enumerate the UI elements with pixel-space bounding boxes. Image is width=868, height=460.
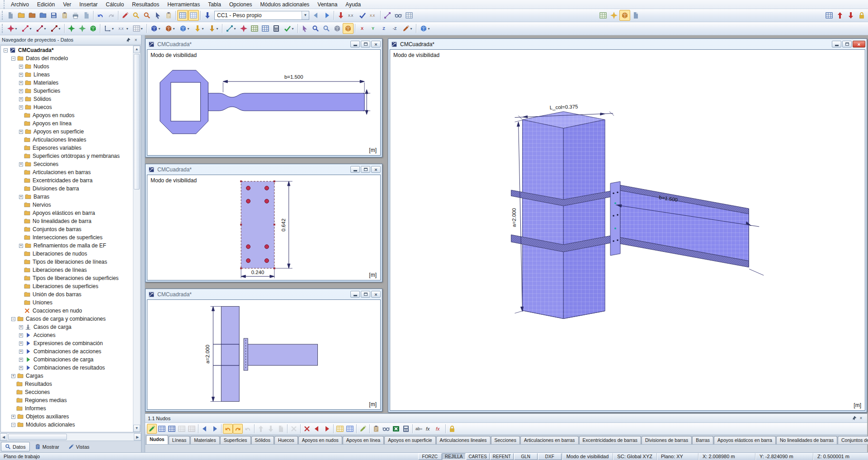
scroll-down-button[interactable]: ▼ bbox=[133, 425, 140, 432]
tree-item-resultados[interactable]: Resultados bbox=[1, 380, 133, 388]
zoom-out-button[interactable] bbox=[321, 23, 332, 34]
table-tab-barras[interactable]: Barras bbox=[692, 436, 713, 444]
surface-support-button[interactable] bbox=[88, 23, 99, 34]
snap-toggle-refent[interactable]: REFENT bbox=[490, 453, 514, 460]
calculate-button[interactable] bbox=[271, 23, 282, 34]
load-values-button[interactable] bbox=[346, 10, 357, 21]
menu-modulos-adicionales[interactable]: Módulos adicionales bbox=[256, 0, 314, 9]
close-button[interactable]: × bbox=[853, 41, 865, 47]
new-solid-button[interactable]: ▾ bbox=[177, 23, 192, 34]
render-mode-button[interactable] bbox=[619, 10, 630, 21]
combo-dropdown-button[interactable]: ▼ bbox=[302, 11, 309, 19]
fe-mesh-button[interactable] bbox=[598, 10, 609, 21]
table-tab-articulaciones-en-barras[interactable]: Articulaciones en barras bbox=[520, 436, 579, 444]
tree-expander-expand[interactable]: + bbox=[19, 105, 23, 109]
table-tab-apoyos-en-linea[interactable]: Apoyos en línea bbox=[343, 436, 384, 444]
restore-button[interactable] bbox=[842, 41, 852, 47]
dimension-button[interactable]: ▾ bbox=[102, 23, 116, 34]
restore-button[interactable] bbox=[361, 41, 370, 47]
color-rows-button[interactable] bbox=[335, 424, 345, 434]
row-down-button[interactable] bbox=[266, 424, 276, 434]
member-load-button[interactable]: ▾ bbox=[206, 23, 221, 34]
tree-item-espesores-variables[interactable]: Espesores variables bbox=[1, 144, 133, 152]
menu-insertar[interactable]: Insertar bbox=[75, 0, 102, 9]
menu-resultados[interactable]: Resultados bbox=[128, 0, 163, 9]
view-z-button[interactable]: Z bbox=[378, 23, 389, 34]
scroll-up-button[interactable]: ▲ bbox=[133, 46, 140, 53]
import-load-button[interactable] bbox=[835, 10, 845, 21]
view-box-button[interactable] bbox=[332, 23, 343, 34]
tree-expander-collapse[interactable]: − bbox=[11, 57, 15, 61]
toggle-navigator-button[interactable] bbox=[177, 10, 188, 21]
row-up-button[interactable] bbox=[256, 424, 266, 434]
tree-expander-expand[interactable]: + bbox=[19, 325, 23, 329]
table-tab-huecos[interactable]: Huecos bbox=[274, 436, 298, 444]
navigator-tab-vistas[interactable]: Vistas bbox=[64, 442, 94, 451]
tree-expander-expand[interactable]: + bbox=[19, 195, 23, 199]
mesh-refinement-button[interactable] bbox=[260, 23, 271, 34]
work-plane-button[interactable]: ▾ bbox=[400, 23, 415, 34]
menu-ventana[interactable]: Ventana bbox=[313, 0, 341, 9]
loadcase-button[interactable] bbox=[202, 10, 213, 21]
close-icon[interactable]: × bbox=[132, 37, 139, 43]
table-tab-apoyos-en-superficie[interactable]: Apoyos en superficie bbox=[384, 436, 435, 444]
comment-button[interactable]: ▾ bbox=[116, 23, 131, 34]
tree-item-superficies-ortotropas-y-membranas[interactable]: Superficies ortótropas y membranas bbox=[1, 152, 133, 160]
node-numbering-button[interactable] bbox=[238, 23, 249, 34]
visual-selection-button[interactable] bbox=[299, 23, 310, 34]
toggle-tables-button[interactable] bbox=[188, 10, 199, 21]
tree-item-apoyos-elasticos-en-barra[interactable]: Apoyos elásticos en barra bbox=[1, 209, 133, 217]
tree-item-combinaciones-de-carga[interactable]: +Combinaciones de carga bbox=[1, 356, 133, 364]
render-solid-button[interactable] bbox=[343, 23, 354, 34]
tree-item-divisiones-de-barra[interactable]: Divisiones de barra bbox=[1, 185, 133, 193]
close-icon[interactable]: × bbox=[858, 415, 864, 422]
delete-rows-button[interactable] bbox=[302, 424, 312, 434]
navigator-tab-datos[interactable]: Datos bbox=[1, 442, 30, 451]
prev-loadcase-button[interactable] bbox=[311, 10, 321, 21]
new-surface-button[interactable]: ▾ bbox=[148, 23, 163, 34]
viewport-3d[interactable]: Modo de visibilidad bbox=[390, 49, 865, 411]
minimize-button[interactable] bbox=[350, 166, 360, 173]
navigator-tab-mostrar[interactable]: Mostrar bbox=[31, 442, 63, 451]
show-results-button[interactable] bbox=[357, 10, 368, 21]
undo-button[interactable] bbox=[95, 10, 106, 21]
cut-row-button[interactable] bbox=[187, 424, 197, 434]
tree-item-solidos[interactable]: +Sólidos bbox=[1, 95, 133, 103]
lock-table-button[interactable] bbox=[447, 424, 457, 434]
model-window-3d[interactable]: CMCuadrada* × Modo de visibilidad bbox=[388, 38, 867, 413]
snap-toggle-dxf[interactable]: DXF bbox=[538, 453, 561, 460]
nodal-support-button[interactable] bbox=[66, 23, 77, 34]
tree-expander-expand[interactable]: + bbox=[19, 130, 23, 134]
close-button[interactable]: × bbox=[371, 291, 381, 298]
clear-formula-button[interactable] bbox=[434, 424, 444, 434]
tree-item-combinaciones-de-resultados[interactable]: +Combinaciones de resultados bbox=[1, 364, 133, 372]
rename-button[interactable] bbox=[414, 424, 424, 434]
tree-item-union-de-dos-barras[interactable]: Unión de dos barras bbox=[1, 290, 133, 299]
tree-item-refinamientos-de-malla-de-ef[interactable]: +Refinamientos de malla de EF bbox=[1, 242, 133, 250]
jump-forward-button[interactable] bbox=[233, 424, 243, 434]
tree-expander-expand[interactable]: + bbox=[19, 81, 23, 85]
loadcase-combobox[interactable]: CC1 - Peso propio▼ bbox=[214, 11, 309, 20]
redo-button[interactable] bbox=[106, 10, 117, 21]
panel-toggle-button[interactable] bbox=[824, 10, 835, 21]
block-manager-button[interactable] bbox=[856, 10, 867, 21]
tree-expander-expand[interactable]: + bbox=[19, 65, 23, 69]
table-tab-excentricidades-de-barras[interactable]: Excentricidades de barras bbox=[579, 436, 641, 444]
table-tab-solidos[interactable]: Sólidos bbox=[251, 436, 274, 444]
tree-item-liberaciones-de-superficies[interactable]: Liberaciones de superficies bbox=[1, 282, 133, 290]
open-button[interactable] bbox=[16, 10, 27, 21]
table-tab-nudos[interactable]: Nudos bbox=[146, 435, 168, 444]
tree-expander-expand[interactable]: + bbox=[19, 162, 23, 166]
new-file-button[interactable] bbox=[5, 10, 16, 21]
tree-expander-expand[interactable]: + bbox=[19, 244, 23, 248]
snap-toggle-rejilla[interactable]: REJILLA bbox=[442, 453, 466, 460]
tree-item-regiones-medias[interactable]: Regiones medias bbox=[1, 396, 133, 404]
menu-opciones[interactable]: Opciones bbox=[225, 0, 256, 9]
tree-item-superficies[interactable]: +Superficies bbox=[1, 87, 133, 95]
tree-item-cargas[interactable]: +Cargas bbox=[1, 372, 133, 380]
menu-calculo[interactable]: Cálculo bbox=[102, 0, 128, 9]
tree-item-liberaciones-de-lineas[interactable]: Liberaciones de líneas bbox=[1, 266, 133, 274]
tree-expander-expand[interactable]: + bbox=[19, 89, 23, 93]
guide-lines-button[interactable]: ▾ bbox=[131, 23, 145, 34]
result-values-button[interactable] bbox=[368, 10, 379, 21]
